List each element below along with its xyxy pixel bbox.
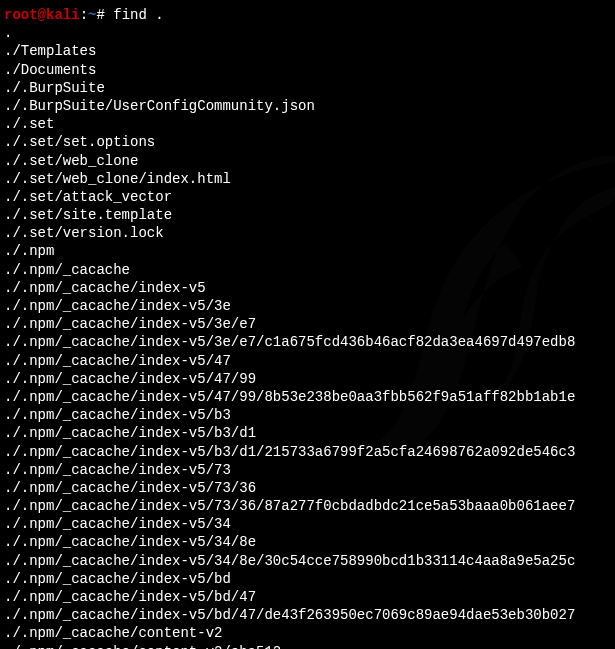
prompt-user-host: root@kali (4, 7, 80, 23)
output-line: ./.npm/_cacache/index-v5/34/8e (4, 533, 611, 551)
output-line: ./.npm (4, 242, 611, 260)
output-line: ./.set/web_clone (4, 152, 611, 170)
output-line: ./.BurpSuite/UserConfigCommunity.json (4, 97, 611, 115)
output-line: ./.npm/_cacache/index-v5/bd (4, 570, 611, 588)
output-line: ./.npm/_cacache/index-v5/47 (4, 352, 611, 370)
output-line: ./Documents (4, 61, 611, 79)
output-line: ./.BurpSuite (4, 79, 611, 97)
output-line: ./.npm/_cacache/index-v5/73/36 (4, 479, 611, 497)
output-line: ./.npm/_cacache/index-v5/3e/e7/c1a675fcd… (4, 333, 611, 351)
output-line: ./.npm/_cacache/index-v5/b3 (4, 406, 611, 424)
output-line: ./.npm/_cacache/index-v5/bd/47/de43f2639… (4, 606, 611, 624)
output-line: ./.npm/_cacache/content-v2 (4, 624, 611, 642)
output-line: ./.npm/_cacache/index-v5/bd/47 (4, 588, 611, 606)
output-line: ./.npm/_cacache/index-v5 (4, 279, 611, 297)
output-line: ./.npm/_cacache/index-v5/34/8e/30c54cce7… (4, 552, 611, 570)
prompt-separator: : (80, 7, 88, 23)
output-line: ./.npm/_cacache/index-v5/73 (4, 461, 611, 479)
output-line: ./.set/attack_vector (4, 188, 611, 206)
terminal-output[interactable]: root@kali:~# find . ../Templates./Docume… (4, 6, 611, 649)
command-text: find . (113, 7, 163, 23)
command-prompt-line: root@kali:~# find . (4, 6, 611, 24)
output-line: ./.npm/_cacache/index-v5/47/99 (4, 370, 611, 388)
output-line: ./.set/version.lock (4, 224, 611, 242)
output-line: ./.npm/_cacache/index-v5/3e (4, 297, 611, 315)
prompt-symbol: # (96, 7, 104, 23)
output-line: ./.set/site.template (4, 206, 611, 224)
output-line: ./.set/web_clone/index.html (4, 170, 611, 188)
output-line: ./.npm/_cacache/index-v5/34 (4, 515, 611, 533)
output-line: ./.npm/_cacache/index-v5/73/36/87a277f0c… (4, 497, 611, 515)
output-line: ./.npm/_cacache/index-v5/b3/d1/215733a67… (4, 443, 611, 461)
output-line: ./.npm/_cacache/index-v5/b3/d1 (4, 424, 611, 442)
output-line: ./Templates (4, 42, 611, 60)
command-output: ../Templates./Documents./.BurpSuite./.Bu… (4, 24, 611, 649)
output-line: ./.npm/_cacache/content-v2/sha512 (4, 643, 611, 649)
output-line: ./.set/set.options (4, 133, 611, 151)
output-line: ./.npm/_cacache (4, 261, 611, 279)
output-line: . (4, 24, 611, 42)
output-line: ./.npm/_cacache/index-v5/47/99/8b53e238b… (4, 388, 611, 406)
output-line: ./.set (4, 115, 611, 133)
output-line: ./.npm/_cacache/index-v5/3e/e7 (4, 315, 611, 333)
